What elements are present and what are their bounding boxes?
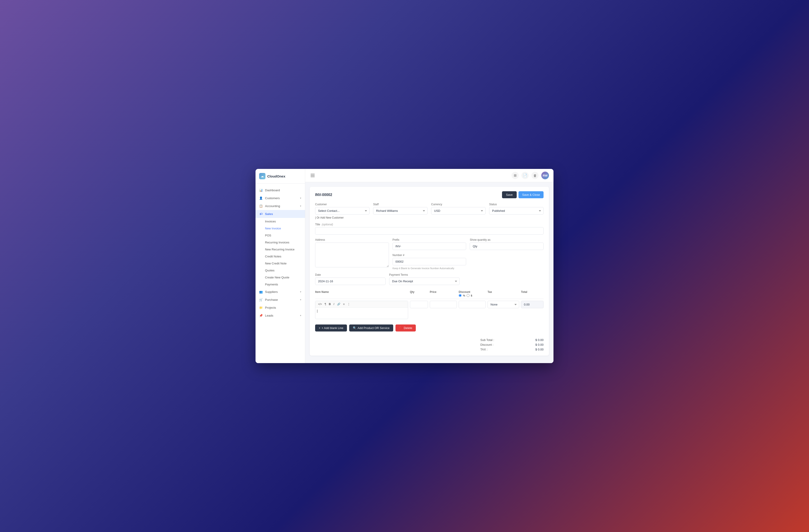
discount-radios: % $ [459,294,486,297]
sidebar-item-sales[interactable]: 🏷 Sales [256,210,305,218]
item-name-input[interactable] [315,308,408,319]
search-icon: 🔍 [353,326,357,330]
sidebar-subitem-pos[interactable]: POS [256,232,305,239]
show-qty-group: Show quantity as [470,238,544,250]
address-group: Address [315,238,389,270]
toolbar-ordered-list-btn[interactable]: ⋮ [346,302,351,306]
invoice-id: INV-00002 [315,193,332,197]
item-price-input[interactable] [430,301,457,308]
sidebar-subitem-credit-notes[interactable]: Credit Notes [256,253,305,260]
customer-label: Customer [315,203,369,206]
projects-icon: 📁 [259,306,263,309]
sidebar-item-label: Dashboard [265,189,280,192]
item-tax-select[interactable]: None [487,301,519,308]
number-input[interactable] [393,258,466,265]
item-total-input[interactable] [521,301,544,308]
chevron-down-icon: ▾ [300,205,302,207]
logo-text: CloudOnex [267,174,285,178]
item-discount-input[interactable] [459,301,486,308]
discount-dollar-radio[interactable] [467,294,469,297]
delete-button[interactable]: 🚫 Delete [395,325,416,331]
date-label: Date [315,273,385,276]
show-qty-label: Show quantity as [470,238,544,241]
grid-icon[interactable]: ⊞ [512,172,519,179]
subtotal-label: Sub Total : [480,338,494,342]
sidebar-item-purchase[interactable]: 🛒 Purchase ▾ [256,296,305,304]
chevron-down-icon: ▾ [300,314,302,317]
totals-section: Sub Total : $ 0.00 Discount : $ 0.00 TAX… [315,338,544,351]
address-input[interactable] [315,242,389,267]
delete-icon: 🚫 [399,326,403,330]
chevron-down-icon: ▾ [300,197,302,200]
subtotal-value: $ 0.00 [535,338,544,342]
discount-pct-radio[interactable] [459,294,462,297]
save-close-button[interactable]: Save & Close [518,191,544,198]
subitem-label: Recurring Invoices [265,241,289,244]
customer-group: Customer Select Contact... | Or Add New … [315,203,369,219]
col-tax: Tax [487,290,519,297]
toolbar-italic-btn[interactable]: I [332,302,335,306]
col-price: Price [430,290,457,297]
sidebar-item-customers[interactable]: 👤 Customers ▾ [256,194,305,202]
number-group: Number # Keep it Blank to Generate Invoi… [393,254,466,270]
accounting-icon: 📋 [259,204,263,208]
discount-value: $ 0.00 [535,343,544,346]
sidebar-item-label: Leads [265,314,273,317]
currency-label: Currency [431,203,485,206]
trash-icon[interactable]: 🗑 [531,172,538,179]
sidebar-subitem-new-recurring-invoice[interactable]: New Recurring Invoice [256,246,305,253]
sidebar-subitem-new-credit-note[interactable]: New Credit Note [256,260,305,267]
form-row-3: Address Prefix Show quantity as Number # [315,238,544,270]
sidebar-item-accounting[interactable]: 📋 Accounting ▾ [256,202,305,210]
toolbar-code-btn[interactable]: </> [317,302,323,306]
main-content: ⊞ 📄 🗑 RW INV-00002 Save Save & Close [305,169,553,363]
chevron-down-icon: ▾ [300,298,302,301]
subitem-label: Credit Notes [265,255,281,258]
date-input[interactable] [315,277,385,285]
add-blank-line-button[interactable]: + + Add blank Line [315,325,347,331]
sidebar-subitem-invoices[interactable]: Invoices [256,218,305,225]
topbar-right: ⊞ 📄 🗑 RW [512,172,549,179]
dashboard-icon: 📊 [259,189,263,192]
item-qty-input[interactable] [410,301,428,308]
document-icon[interactable]: 📄 [521,172,529,179]
subitem-label: New Credit Note [265,262,287,265]
subtotal-row: Sub Total : $ 0.00 [480,338,544,342]
user-avatar[interactable]: RW [541,172,549,179]
customer-select[interactable]: Select Contact... [315,207,369,214]
staff-label: Staff [373,203,428,206]
toolbar-bold-btn[interactable]: B [328,302,332,306]
or-add-customer[interactable]: | Or Add New Customer [315,216,369,219]
show-qty-input[interactable] [470,242,544,250]
sidebar-item-suppliers[interactable]: 👥 Suppliers ▾ [256,288,305,296]
sidebar-item-leads[interactable]: 📌 Leads ▾ [256,312,305,320]
sidebar-subitem-quotes[interactable]: Quotes [256,267,305,274]
staff-group: Staff Richard Williams [373,203,428,219]
add-product-button[interactable]: 🔍 Add Product OR Service [349,325,393,331]
sidebar-subitem-create-new-quote[interactable]: Create New Quote [256,274,305,281]
save-button[interactable]: Save [502,191,517,198]
number-hint: Keep it Blank to Generate Invoice Number… [393,267,466,270]
toolbar-paragraph-btn[interactable]: ¶ [324,302,327,306]
currency-select[interactable]: USD [431,207,485,214]
hamburger-menu[interactable] [310,173,315,178]
payment-terms-select[interactable]: Due On Receipt [389,277,460,285]
sidebar-subitem-payments[interactable]: Payments [256,281,305,288]
item-tax-group: None [487,301,519,308]
sidebar-item-projects[interactable]: 📁 Projects [256,304,305,312]
sidebar-item-dashboard[interactable]: 📊 Dashboard [256,186,305,194]
staff-select[interactable]: Richard Williams [373,207,428,214]
discount-row: Discount : $ 0.00 [480,343,544,346]
sidebar-subitem-new-invoice[interactable]: New Invoice [256,225,305,232]
leads-icon: 📌 [259,314,263,317]
app-logo[interactable]: ☁ CloudOnex [256,169,305,184]
toolbar-link-btn[interactable]: 🔗 [336,302,341,306]
title-input[interactable] [315,227,544,235]
prefix-input[interactable] [393,242,466,250]
editor-toolbar: </> ¶ B I 🔗 ≡ ⋮ [315,301,408,308]
tax-label: TAX : [480,348,487,351]
status-select[interactable]: Published [489,207,544,214]
toolbar-list-btn[interactable]: ≡ [342,302,346,306]
sidebar-subitem-recurring-invoices[interactable]: Recurring Invoices [256,239,305,246]
date-group: Date [315,273,385,285]
